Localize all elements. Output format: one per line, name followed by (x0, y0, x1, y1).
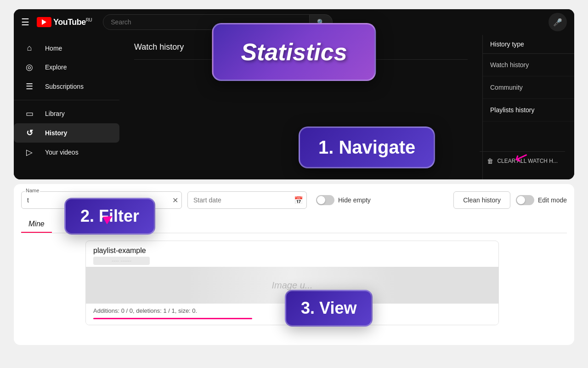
name-filter-clear-button[interactable]: ✕ (172, 196, 178, 205)
watch-history-title: Watch history (134, 42, 184, 52)
explore-icon: ◎ (25, 62, 34, 72)
youtube-logo-text: YouTubeRU (53, 17, 92, 27)
image-upload-text: Image u... (272, 280, 313, 291)
calendar-icon-button[interactable]: 📅 (294, 196, 303, 205)
history-type-community[interactable]: Community (483, 76, 574, 99)
home-icon: ⌂ (25, 43, 34, 53)
history-type-playlists-history[interactable]: Playlists history (483, 99, 574, 121)
history-type-watch-history[interactable]: Watch history (483, 54, 574, 76)
youtube-logo: YouTubeRU (37, 17, 92, 27)
annotation-view: 3. View (285, 290, 373, 327)
history-type-header: History type (483, 35, 574, 54)
sidebar-item-explore[interactable]: ◎ Explore (14, 58, 119, 77)
annotation-navigate: 1. Navigate (299, 126, 435, 168)
sidebar-item-label: Explore (45, 63, 67, 71)
library-icon: ▭ (25, 109, 34, 119)
sidebar-item-subscriptions[interactable]: ☰ Subscriptions (14, 77, 119, 96)
your-videos-icon: ▷ (25, 147, 34, 157)
start-date-input[interactable] (187, 191, 307, 209)
annotation-statistics-text: Statistics (241, 39, 347, 65)
trash-icon: 🗑 (487, 157, 493, 165)
sidebar-item-label: Your videos (45, 149, 79, 156)
sidebar-item-label: History (45, 129, 67, 137)
sidebar-item-label: Library (45, 110, 65, 117)
sidebar-item-label: Home (45, 45, 62, 52)
playlist-progress-bar (93, 318, 252, 319)
clean-history-button[interactable]: Clean history (453, 191, 510, 209)
youtube-section: ☰ YouTubeRU 🔍 🎤 ⌂ Home (14, 9, 574, 179)
annotation-view-text: 3. View (301, 299, 356, 317)
edit-mode-group: Edit mode (516, 195, 567, 205)
youtube-sidebar: ⌂ Home ◎ Explore ☰ Subscriptions ▭ Libra… (14, 35, 119, 179)
hamburger-icon: ☰ (21, 17, 29, 28)
hide-empty-label: Hide empty (338, 196, 371, 204)
playlist-card-title: playlist-example (93, 247, 491, 255)
annotation-statistics: Statistics (212, 23, 376, 81)
sidebar-divider (14, 100, 119, 100)
history-icon: ↺ (25, 128, 34, 138)
hide-empty-toggle[interactable] (316, 195, 334, 205)
mic-button[interactable]: 🎤 (548, 13, 567, 31)
edit-toggle-thumb (517, 196, 525, 204)
hide-empty-toggle-group: Hide empty (316, 195, 371, 205)
toggle-thumb (317, 196, 325, 204)
sidebar-item-history[interactable]: ↺ History (14, 123, 119, 143)
mic-icon: 🎤 (553, 18, 562, 27)
date-filter-group: 📅 (187, 191, 307, 209)
annotation-navigate-text: 1. Navigate (318, 137, 415, 157)
edit-mode-toggle[interactable] (516, 195, 534, 205)
edit-mode-label: Edit mode (538, 196, 567, 204)
hamburger-button[interactable]: ☰ (21, 17, 29, 28)
subscriptions-icon: ☰ (25, 81, 34, 92)
sidebar-item-label: Subscriptions (45, 83, 84, 90)
sidebar-item-your-videos[interactable]: ▷ Your videos (14, 143, 119, 162)
sidebar-item-library[interactable]: ▭ Library (14, 104, 119, 123)
calendar-icon: 📅 (294, 196, 303, 204)
name-filter-label: Name (25, 188, 40, 193)
playlist-card-header: playlist-example ---- ------ (86, 241, 498, 267)
youtube-logo-icon (37, 17, 51, 27)
tab-mine[interactable]: Mine (21, 216, 52, 233)
header-right: 🎤 (548, 13, 567, 31)
sidebar-item-home[interactable]: ⌂ Home (14, 39, 119, 58)
playlist-card-subtitle: ---- ------ (93, 257, 150, 265)
